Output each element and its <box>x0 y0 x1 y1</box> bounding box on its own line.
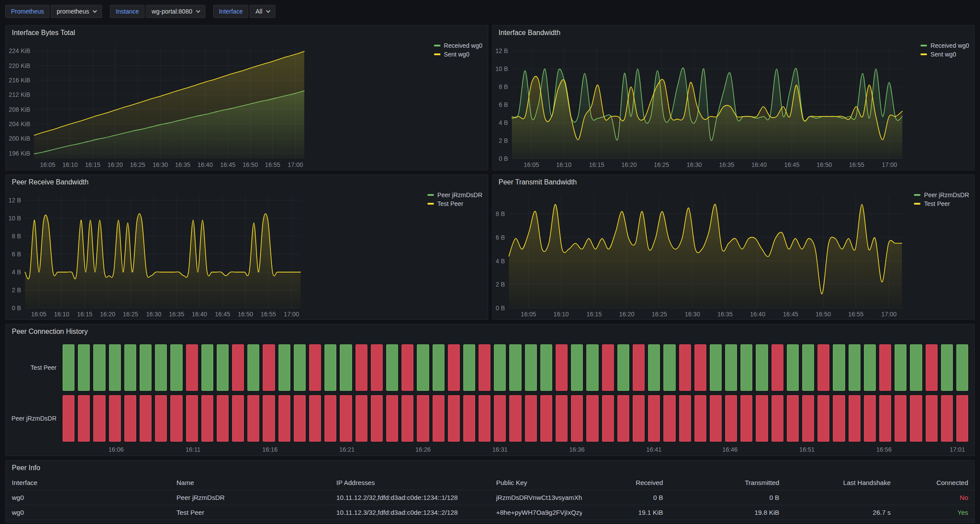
status-bar-disconnected[interactable] <box>448 395 460 442</box>
status-bar-disconnected[interactable] <box>386 395 398 442</box>
status-bar-disconnected[interactable] <box>694 344 706 391</box>
status-bar-disconnected[interactable] <box>525 395 537 442</box>
status-history-plot[interactable]: Test PeerPeer jRzmDsDR 16:0616:1116:1616… <box>6 339 974 455</box>
status-bar-connected[interactable] <box>170 344 182 391</box>
status-bar-connected[interactable] <box>417 344 429 391</box>
status-bar-disconnected[interactable] <box>479 344 490 391</box>
status-bar-disconnected[interactable] <box>494 395 506 442</box>
status-bar-disconnected[interactable] <box>725 395 737 442</box>
status-bar-disconnected[interactable] <box>772 344 783 391</box>
status-bar-connected[interactable] <box>217 344 229 391</box>
status-bar-disconnected[interactable] <box>879 344 891 391</box>
status-bar-disconnected[interactable] <box>109 395 121 442</box>
status-bar-disconnected[interactable] <box>694 395 706 442</box>
column-header-interface[interactable]: Interface <box>6 475 170 490</box>
status-bar-disconnected[interactable] <box>617 395 629 442</box>
legend-item[interactable]: Received wg0 <box>920 42 969 49</box>
panel-title[interactable]: Peer Connection History <box>6 324 974 339</box>
status-bar-disconnected[interactable] <box>663 395 675 442</box>
status-bar-disconnected[interactable] <box>633 395 645 442</box>
status-bar-disconnected[interactable] <box>448 344 460 391</box>
legend-item[interactable]: Sent wg0 <box>920 51 969 58</box>
variable-value-dropdown[interactable]: All <box>250 5 275 18</box>
variable-value-dropdown[interactable]: prometheus <box>51 5 102 18</box>
status-bar-disconnected[interactable] <box>340 395 352 442</box>
status-bar-disconnected[interactable] <box>263 344 275 391</box>
status-bar-connected[interactable] <box>509 344 521 391</box>
status-bar-disconnected[interactable] <box>309 344 321 391</box>
status-bar-disconnected[interactable] <box>633 344 645 391</box>
status-bar-disconnected[interactable] <box>509 395 521 442</box>
panel-title[interactable]: Interface Bandwidth <box>493 25 975 40</box>
status-bar-connected[interactable] <box>895 344 906 391</box>
interface-bytes-total-chart[interactable]: 196 KiB200 KiB204 KiB208 KiB212 KiB216 K… <box>6 40 488 170</box>
column-header-ip-addresses[interactable]: IP Addresses <box>330 475 490 490</box>
column-header-name[interactable]: Name <box>170 475 330 490</box>
peer-receive-bandwidth-chart[interactable]: 0 B2 B4 B6 B8 B10 B12 B16:0516:1016:1516… <box>6 190 488 319</box>
status-bar-disconnected[interactable] <box>895 395 906 442</box>
status-bar-disconnected[interactable] <box>648 395 660 442</box>
panel-title[interactable]: Peer Info <box>6 460 974 475</box>
status-bar-disconnected[interactable] <box>602 395 614 442</box>
status-bar-disconnected[interactable] <box>201 395 213 442</box>
status-bar-disconnected[interactable] <box>864 395 876 442</box>
status-bar-connected[interactable] <box>910 344 922 391</box>
status-bar-connected[interactable] <box>586 344 598 391</box>
status-bar-disconnected[interactable] <box>217 395 229 442</box>
status-bar-disconnected[interactable] <box>63 395 74 442</box>
status-bar-disconnected[interactable] <box>324 395 336 442</box>
status-bar-disconnected[interactable] <box>818 344 829 391</box>
legend-item[interactable]: Sent wg0 <box>434 51 483 58</box>
status-bar-disconnected[interactable] <box>93 395 105 442</box>
interface-bandwidth-chart[interactable]: 0 B2 B4 B6 B8 B10 B12 B16:0516:1016:1516… <box>493 40 975 170</box>
status-bar-connected[interactable] <box>386 344 398 391</box>
status-bar-disconnected[interactable] <box>433 395 444 442</box>
status-bar-connected[interactable] <box>463 344 475 391</box>
status-bar-connected[interactable] <box>278 344 290 391</box>
status-bar-connected[interactable] <box>571 344 583 391</box>
status-bar-disconnected[interactable] <box>849 395 860 442</box>
legend-item[interactable]: Test Peer <box>427 200 483 207</box>
status-bar-disconnected[interactable] <box>356 395 367 442</box>
status-bar-connected[interactable] <box>833 344 845 391</box>
status-bar-disconnected[interactable] <box>740 395 752 442</box>
status-bar-disconnected[interactable] <box>556 395 568 442</box>
peer-transmit-bandwidth-plot[interactable]: 0 B2 B4 B6 B8 B16:0516:1016:1516:2016:25… <box>493 190 975 319</box>
status-bar-disconnected[interactable] <box>833 395 845 442</box>
status-bar-disconnected[interactable] <box>602 344 614 391</box>
status-bar-disconnected[interactable] <box>371 344 383 391</box>
status-bar-disconnected[interactable] <box>140 395 152 442</box>
legend-item[interactable]: Peer jRzmDsDR <box>427 191 483 198</box>
status-bar-disconnected[interactable] <box>309 395 321 442</box>
status-bar-connected[interactable] <box>956 344 968 391</box>
status-bar-disconnected[interactable] <box>586 395 598 442</box>
status-bar-disconnected[interactable] <box>170 395 182 442</box>
column-header-last-handshake[interactable]: Last Handshake <box>786 475 897 490</box>
status-bar-connected[interactable] <box>710 344 722 391</box>
status-bar-disconnected[interactable] <box>818 395 829 442</box>
status-bar-connected[interactable] <box>648 344 660 391</box>
column-header-transmitted[interactable]: Transmitted <box>669 475 785 490</box>
status-bar-disconnected[interactable] <box>232 395 244 442</box>
status-bar-disconnected[interactable] <box>278 395 290 442</box>
status-bar-disconnected[interactable] <box>556 344 568 391</box>
status-bar-connected[interactable] <box>294 344 306 391</box>
status-bar-disconnected[interactable] <box>772 395 783 442</box>
status-bar-disconnected[interactable] <box>802 395 814 442</box>
status-bar-connected[interactable] <box>433 344 444 391</box>
status-bar-connected[interactable] <box>324 344 336 391</box>
panel-title[interactable]: Interface Bytes Total <box>6 25 488 40</box>
status-bar-disconnected[interactable] <box>941 395 953 442</box>
status-bar-disconnected[interactable] <box>263 395 275 442</box>
status-bar-connected[interactable] <box>540 344 552 391</box>
status-bar-disconnected[interactable] <box>910 395 922 442</box>
status-bar-connected[interactable] <box>494 344 506 391</box>
column-header-received[interactable]: Received <box>582 475 669 490</box>
status-bar-disconnected[interactable] <box>787 395 799 442</box>
status-bar-disconnected[interactable] <box>247 395 259 442</box>
status-bar-connected[interactable] <box>802 344 814 391</box>
status-bar-disconnected[interactable] <box>756 395 768 442</box>
status-bar-disconnected[interactable] <box>232 344 244 391</box>
status-bar-connected[interactable] <box>864 344 876 391</box>
status-bar-connected[interactable] <box>109 344 121 391</box>
